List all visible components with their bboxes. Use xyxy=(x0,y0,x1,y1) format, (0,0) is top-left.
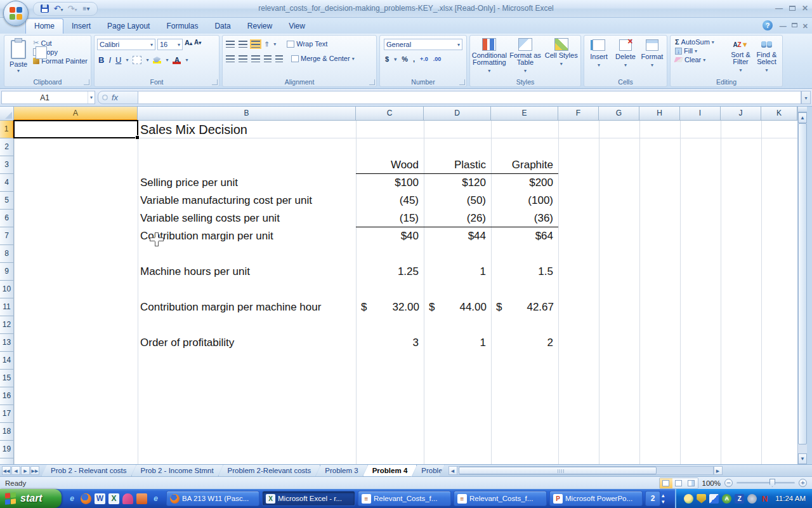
row-header-20-partial[interactable] xyxy=(0,458,14,464)
cell-D5[interactable]: (50) xyxy=(424,192,491,210)
row-header-6[interactable]: 6 xyxy=(0,210,14,227)
tab-review[interactable]: Review xyxy=(239,19,280,34)
format-cells-button[interactable]: Format ▾ xyxy=(639,38,665,68)
row-header-1[interactable]: 1 xyxy=(0,121,14,138)
tab-data[interactable]: Data xyxy=(206,19,239,34)
taskbar-button-powerpoint[interactable]: P Microsoft PowerPo... xyxy=(549,491,643,506)
page-break-view-icon[interactable] xyxy=(685,478,698,488)
row-header-19[interactable]: 19 xyxy=(0,441,14,458)
cell-C4[interactable]: $100 xyxy=(356,174,424,192)
cell-E11[interactable]: $ 42.67 xyxy=(491,298,558,316)
redo-icon[interactable]: ↷▾ xyxy=(67,3,78,15)
restore-button[interactable] xyxy=(789,6,796,11)
increase-decimal-button[interactable]: +.0 xyxy=(420,56,428,62)
align-right-icon[interactable] xyxy=(251,55,260,62)
column-header-g[interactable]: G xyxy=(599,107,639,121)
next-sheet-icon[interactable]: ▶ xyxy=(21,466,30,475)
sort-filter-button[interactable]: AZ▼ Sort & Filter ▾ xyxy=(728,37,754,73)
clipboard-dialog-launcher[interactable] xyxy=(84,79,89,85)
tab-home[interactable]: Home xyxy=(25,18,63,34)
cell-E6[interactable]: (36) xyxy=(491,210,558,227)
italic-button[interactable]: I xyxy=(108,55,111,65)
taskbar-button-firefox[interactable]: BA 213 W11 (Pasc... xyxy=(166,491,259,506)
number-format-select[interactable]: General▾ xyxy=(384,39,462,50)
formula-input[interactable] xyxy=(138,91,801,104)
grow-font-button[interactable]: A▴ xyxy=(185,39,192,50)
tray-novell-icon[interactable]: N xyxy=(760,494,769,504)
sheet-tab-problem3[interactable]: Problem 3 xyxy=(315,465,367,477)
vertical-scrollbar[interactable]: ▲ ▼ xyxy=(797,107,807,464)
row-header-16[interactable]: 16 xyxy=(0,387,14,405)
taskbar-button-doc1[interactable]: ≡ Relevant_Costs_f... xyxy=(358,491,451,506)
align-top-icon[interactable] xyxy=(226,41,235,48)
outlook-quicklaunch-icon[interactable] xyxy=(136,493,147,504)
taskbar-button-excel-active[interactable]: X Microsoft Excel - r... xyxy=(262,491,355,506)
undo-icon[interactable]: ↶▾ xyxy=(53,3,64,15)
merge-center-button[interactable]: Merge & Center▾ xyxy=(289,54,357,63)
font-dialog-launcher[interactable] xyxy=(212,79,218,85)
excel-quicklaunch-icon[interactable]: X xyxy=(108,493,119,504)
normal-view-icon[interactable] xyxy=(660,478,672,488)
horizontal-scroll-thumb[interactable] xyxy=(459,467,657,474)
zoom-slider-thumb[interactable] xyxy=(769,479,775,487)
cell-D9[interactable]: 1 xyxy=(424,263,491,281)
sheet-tab-cutoff[interactable]: Proble xyxy=(412,465,444,477)
accounting-format-button[interactable]: $ xyxy=(385,55,389,63)
ie-quicklaunch-icon[interactable]: e xyxy=(67,493,77,504)
sheet-tab-problem4-active[interactable]: Problem 4 xyxy=(363,465,417,477)
row-header-18[interactable]: 18 xyxy=(0,423,14,441)
underline-button[interactable]: U xyxy=(115,55,121,65)
scroll-left-icon[interactable]: ◀ xyxy=(449,466,457,475)
name-box-dropdown-icon[interactable]: ▾ xyxy=(88,91,95,104)
cell-B4[interactable]: Selling price per unit xyxy=(139,174,238,192)
prev-sheet-icon[interactable]: ◀ xyxy=(11,466,20,475)
fill-color-icon[interactable] xyxy=(153,57,161,64)
number-dialog-launcher[interactable] xyxy=(459,79,465,85)
align-center-icon[interactable] xyxy=(239,55,247,62)
cell-B6[interactable]: Variable selling costs per unit xyxy=(139,210,280,227)
taskbar-chevron-icon[interactable]: ▴▾ xyxy=(662,492,665,505)
cell-B13[interactable]: Order of profitability xyxy=(139,334,234,352)
scroll-up-icon[interactable]: ▲ xyxy=(798,112,807,123)
cell-E13[interactable]: 2 xyxy=(491,334,558,352)
column-header-e[interactable]: E xyxy=(491,107,558,121)
insert-cells-button[interactable]: Insert ▾ xyxy=(586,38,612,68)
scroll-right-icon[interactable]: ▶ xyxy=(714,466,723,475)
zoom-level[interactable]: 100% xyxy=(702,479,721,487)
column-header-i[interactable]: I xyxy=(680,107,721,121)
zoom-out-icon[interactable]: − xyxy=(724,479,733,487)
vertical-scroll-thumb[interactable] xyxy=(798,123,807,444)
select-all-corner[interactable] xyxy=(0,107,14,121)
cell-B11[interactable]: Contribution margin per machine hour xyxy=(139,298,321,316)
row-header-3[interactable]: 3 xyxy=(0,156,14,174)
row-header-8[interactable]: 8 xyxy=(0,245,14,263)
column-header-d[interactable]: D xyxy=(424,107,491,121)
sheet-tab-prob2-relevant[interactable]: Prob 2 - Relevant costs xyxy=(41,465,136,477)
autosum-button[interactable]: Σ AutoSum▾ xyxy=(673,37,728,46)
cell-E3[interactable]: Graphite xyxy=(491,156,558,174)
cell-C11[interactable]: $ 32.00 xyxy=(356,298,424,316)
font-color-icon[interactable]: A xyxy=(173,57,181,64)
cell-D7[interactable]: $44 xyxy=(424,227,491,245)
align-middle-icon[interactable] xyxy=(239,41,247,48)
row-header-7[interactable]: 7 xyxy=(0,227,14,245)
ie2-quicklaunch-icon[interactable]: e xyxy=(150,493,161,504)
shrink-font-button[interactable]: A▾ xyxy=(194,39,201,50)
workbook-close-button[interactable]: ✕ xyxy=(802,21,808,31)
tray-volume-icon[interactable] xyxy=(747,494,757,504)
font-size-select[interactable]: 16▾ xyxy=(157,39,183,50)
cell-D3[interactable]: Plastic xyxy=(424,156,491,174)
tab-page-layout[interactable]: Page Layout xyxy=(99,19,158,34)
increase-indent-icon[interactable] xyxy=(275,55,283,62)
insert-function-button[interactable]: fx xyxy=(98,91,138,104)
cell-B1[interactable]: Sales Mix Decision xyxy=(139,121,247,138)
last-sheet-icon[interactable]: ▶▶ xyxy=(30,466,39,475)
row-header-4[interactable]: 4 xyxy=(0,174,14,192)
cell-D13[interactable]: 1 xyxy=(424,334,491,352)
clear-button[interactable]: Clear▾ xyxy=(673,55,728,64)
cell-B9[interactable]: Machine hours per unit xyxy=(139,263,250,281)
column-header-h[interactable]: H xyxy=(639,107,680,121)
first-sheet-icon[interactable]: ◀◀ xyxy=(2,466,11,475)
tab-insert[interactable]: Insert xyxy=(63,19,99,34)
tray-z-icon[interactable]: Z xyxy=(735,494,744,504)
